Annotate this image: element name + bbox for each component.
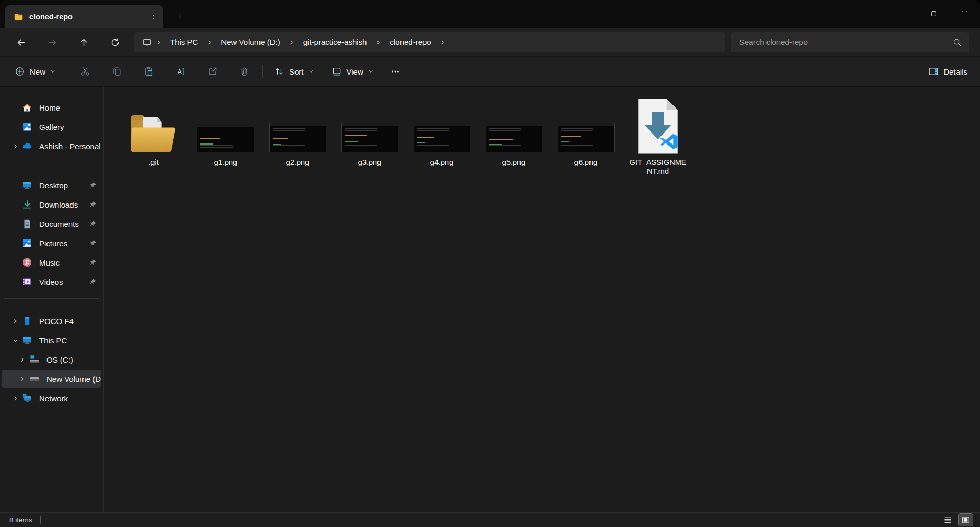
file-label: g6.png [574,158,597,167]
thispc-icon [22,335,32,345]
breadcrumb[interactable]: This PCNew Volume (D:)git-practice-ashis… [134,32,725,52]
chevron-down-icon [368,69,373,74]
refresh-button[interactable] [103,33,126,52]
file-icon-area [552,93,619,155]
file-g3-png[interactable]: g3.png [336,93,403,176]
delete-icon [239,66,250,77]
chevron-down-icon[interactable] [8,338,22,343]
sidebar-item-label: Home [39,103,101,112]
breadcrumb-item-this-pc[interactable]: This PC [165,34,203,50]
sidebar-item-label: Videos [39,278,89,286]
breadcrumb-chevron-icon[interactable] [203,40,216,45]
large-icons-view-toggle[interactable] [959,514,973,526]
rename-button[interactable] [169,62,192,81]
chevron-right-icon[interactable] [8,143,22,149]
sidebar-item-documents[interactable]: Documents [2,215,101,233]
chevron-right-icon[interactable] [16,357,29,363]
chevron-down-icon [309,69,314,74]
sidebar-item-label: New Volume (D:) [46,375,101,384]
sidebar-item-new-volume-d[interactable]: New Volume (D:) [2,370,101,388]
copy-button[interactable] [105,62,128,81]
sidebar-item-this-pc[interactable]: This PC [2,331,101,349]
sidebar-item-os-c[interactable]: OS (C:) [2,351,101,368]
paste-button[interactable] [137,62,160,81]
search-box[interactable] [731,32,969,52]
sidebar-item-label: Ashish - Personal [39,142,101,151]
minimize-button[interactable] [888,0,918,27]
file-g4-png[interactable]: g4.png [408,93,475,176]
tab-close-button[interactable] [145,10,158,23]
onedrive-icon [22,141,32,151]
breadcrumb-chevron-icon[interactable] [372,40,384,45]
explorer-tab[interactable]: cloned-repo [5,5,163,28]
delete-button[interactable] [233,62,256,81]
sidebar-item-pictures[interactable]: Pictures [2,234,101,252]
paste-icon [144,66,154,77]
cut-button[interactable] [74,62,97,81]
sidebar-item-music[interactable]: Music [2,254,101,271]
details-button-label: Details [943,67,967,76]
markdown-vscode-icon [635,98,681,155]
ellipsis-icon [390,66,400,77]
file-git-assignment-md[interactable]: GIT_ASSIGNMENT.md [624,93,691,176]
tab-title: cloned-repo [29,13,138,21]
this-pc-icon [141,38,152,47]
breadcrumb-item-git-practice-ashish[interactable]: git-practice-ashish [298,34,372,50]
chevron-right-icon[interactable] [8,396,22,401]
sidebar-item-gallery[interactable]: Gallery [2,118,101,136]
file-g1-png[interactable]: g1.png [192,93,259,176]
chevron-right-icon[interactable] [16,376,29,382]
sidebar-item-label: Network [39,394,101,403]
sidebar-item-home[interactable]: Home [2,99,101,116]
file-explorer-window: cloned-repo This PCNew Volume (D:)git-pr… [0,0,980,527]
network-icon [22,393,32,403]
close-button[interactable] [949,0,980,27]
file-grid[interactable]: .gitg1.pngg2.pngg3.pngg4.pngg5.pngg6.png… [104,87,980,512]
file-label: g5.png [502,158,525,167]
sidebar-item-desktop[interactable]: Desktop [2,176,101,194]
sidebar-item-network[interactable]: Network [2,389,101,407]
sidebar-item-videos[interactable]: Videos [2,273,101,291]
folder-icon [126,110,181,155]
breadcrumb-item-cloned-repo[interactable]: cloned-repo [384,34,436,50]
sidebar-item-ashish-personal[interactable]: Ashish - Personal [2,137,101,155]
view-button[interactable]: View [326,62,379,81]
file-icon-area [480,93,547,155]
phone-icon [22,316,32,326]
pin-icon [89,220,97,227]
sort-button[interactable]: Sort [269,62,319,81]
details-pane-button[interactable]: Details [923,62,973,81]
details-view-toggle[interactable] [941,514,955,526]
file-g5-png[interactable]: g5.png [480,93,547,176]
sidebar-item-label: Documents [39,220,89,229]
breadcrumb-item-new-volume-d[interactable]: New Volume (D:) [216,34,285,50]
breadcrumb-chevron-icon[interactable] [152,40,165,45]
new-tab-button[interactable] [171,7,188,25]
explorer-body: HomeGalleryAshish - PersonalDesktopDownl… [0,87,980,512]
maximize-button[interactable] [918,0,949,27]
pin-icon [89,278,97,285]
sidebar-item-downloads[interactable]: Downloads [2,196,101,213]
status-divider [40,516,41,524]
share-button[interactable] [201,62,224,81]
up-button[interactable] [72,33,95,52]
home-icon [22,102,32,113]
toolbar-divider [262,65,263,78]
chevron-right-icon[interactable] [8,318,22,324]
breadcrumb-chevron-icon[interactable] [286,40,298,45]
new-button[interactable]: New [9,62,61,81]
toolbar-file-actions [74,62,256,81]
file-g2-png[interactable]: g2.png [264,93,331,176]
file-icon-area [336,93,403,155]
more-options-button[interactable] [384,62,407,81]
file-git[interactable]: .git [120,93,187,176]
sidebar-item-poco-f4[interactable]: POCO F4 [2,312,101,330]
back-button[interactable] [9,33,32,52]
file-g6-png[interactable]: g6.png [552,93,619,176]
file-icon-area [624,93,691,155]
sidebar-item-label: Downloads [39,200,89,209]
search-icon[interactable] [952,38,962,47]
search-input[interactable] [739,38,952,46]
breadcrumb-chevron-icon[interactable] [436,40,449,45]
sidebar-item-label: POCO F4 [39,317,101,326]
